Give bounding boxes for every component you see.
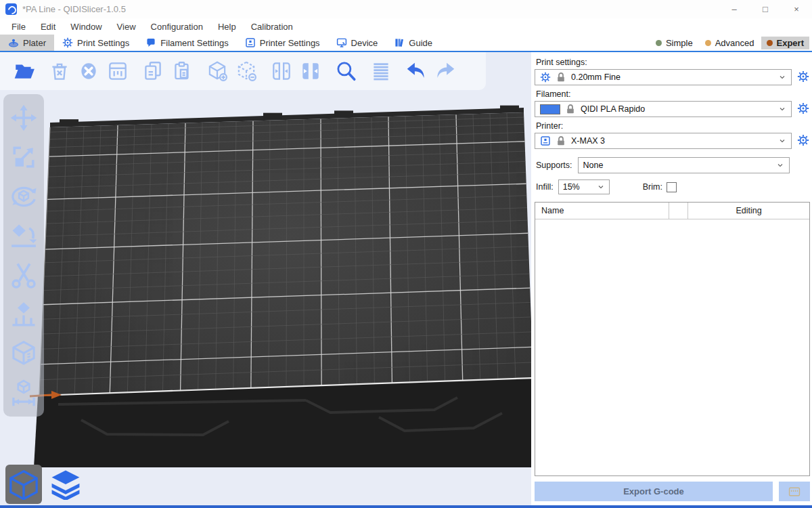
mode-advanced[interactable]: Advanced xyxy=(700,37,760,49)
chevron-down-icon xyxy=(597,183,605,191)
object-list-body[interactable] xyxy=(535,219,809,475)
advanced-mode-dot-icon xyxy=(705,40,711,46)
menu-calibration[interactable]: Calibration xyxy=(244,22,300,32)
brim-checkbox[interactable] xyxy=(667,182,677,192)
menu-window[interactable]: Window xyxy=(63,22,109,32)
main-area: Print settings: 0.20mm Fine Filament: QI… xyxy=(0,52,812,505)
mode-selector: Simple Advanced Expert xyxy=(650,35,812,51)
export-gcode-button[interactable]: Export G-code xyxy=(535,482,773,501)
gizmo-toolbar xyxy=(3,94,44,417)
mode-expert[interactable]: Expert xyxy=(761,37,809,49)
sd-card-icon xyxy=(788,487,800,496)
preview-toggle[interactable] xyxy=(47,465,84,504)
print-settings-gear-button[interactable] xyxy=(796,70,810,84)
tab-printer-settings[interactable]: Printer Settings xyxy=(237,35,328,51)
split-objects-button[interactable] xyxy=(267,56,296,86)
tab-plater[interactable]: Plater xyxy=(0,35,54,51)
move-tool-button[interactable] xyxy=(7,98,41,137)
menu-edit[interactable]: Edit xyxy=(33,22,63,32)
split-parts-button[interactable] xyxy=(296,56,325,86)
place-on-face-icon xyxy=(9,221,39,251)
filament-value: QIDI PLA Rapido xyxy=(581,104,773,114)
infill-label: Infill: xyxy=(536,182,554,192)
chevron-down-icon xyxy=(778,137,786,145)
object-list-table: Name Editing xyxy=(535,202,810,476)
measure-tool-button[interactable] xyxy=(7,373,41,412)
menu-view[interactable]: View xyxy=(110,22,143,32)
minimize-button[interactable]: – xyxy=(719,0,750,18)
seam-tool-button[interactable] xyxy=(7,334,41,373)
menu-file[interactable]: File xyxy=(4,22,33,32)
maximize-button[interactable]: □ xyxy=(750,0,781,18)
delete-all-icon xyxy=(77,60,100,83)
search-button[interactable] xyxy=(331,56,360,86)
supports-combo[interactable]: None xyxy=(578,157,790,173)
paint-support-tool-button[interactable] xyxy=(7,295,41,334)
delete-button[interactable] xyxy=(45,56,74,86)
undo-icon xyxy=(405,60,428,83)
add-instance-button[interactable] xyxy=(202,56,231,86)
gear-icon xyxy=(797,134,809,146)
tab-print-settings[interactable]: Print Settings xyxy=(54,35,137,51)
redo-icon xyxy=(434,60,457,83)
filament-combo[interactable]: QIDI PLA Rapido xyxy=(535,101,792,117)
print-bed xyxy=(0,52,531,505)
place-on-face-tool-button[interactable] xyxy=(7,216,41,255)
tab-label: Device xyxy=(351,38,378,48)
tab-label: Print Settings xyxy=(77,38,129,48)
menu-help[interactable]: Help xyxy=(210,22,244,32)
editor-3d-toggle[interactable] xyxy=(5,465,42,504)
lock-icon xyxy=(556,135,566,146)
supports-label: Supports: xyxy=(536,161,572,170)
filament-icon xyxy=(145,37,156,48)
split-parts-icon xyxy=(299,60,322,83)
cut-tool-button[interactable] xyxy=(7,255,41,295)
export-to-sd-button[interactable] xyxy=(779,482,810,501)
open-button[interactable] xyxy=(9,56,39,86)
paste-button[interactable] xyxy=(167,56,196,86)
close-button[interactable]: × xyxy=(781,0,812,18)
seam-icon xyxy=(9,339,39,368)
remove-instance-icon xyxy=(235,60,258,83)
chevron-down-icon xyxy=(778,105,786,113)
redo-button[interactable] xyxy=(430,56,459,86)
layer-height-button[interactable] xyxy=(366,56,395,86)
tab-guide[interactable]: Guide xyxy=(386,35,441,51)
scale-tool-button[interactable] xyxy=(7,137,41,177)
column-spacer xyxy=(669,203,688,219)
undo-button[interactable] xyxy=(401,56,430,86)
print-settings-combo[interactable]: 0.20mm Fine xyxy=(535,69,792,85)
gear-icon xyxy=(797,70,809,83)
mode-simple[interactable]: Simple xyxy=(650,37,698,49)
plater-toolbar xyxy=(0,52,486,90)
mode-label: Advanced xyxy=(715,38,754,48)
supports-value: None xyxy=(583,161,771,170)
variable-layer-height-icon xyxy=(369,60,392,83)
tab-device[interactable]: Device xyxy=(328,35,386,51)
printer-gear-button[interactable] xyxy=(796,134,810,148)
column-editing: Editing xyxy=(688,206,809,215)
printer-icon xyxy=(245,37,256,48)
gear-icon xyxy=(62,37,73,48)
viewport-3d[interactable] xyxy=(0,52,531,505)
copy-icon xyxy=(141,60,164,83)
copy-button[interactable] xyxy=(138,56,167,86)
lock-icon xyxy=(556,72,566,83)
remove-instance-button[interactable] xyxy=(231,56,261,86)
window-bottom-border xyxy=(0,505,812,508)
guide-icon xyxy=(394,37,405,48)
infill-combo[interactable]: 15% xyxy=(558,179,610,194)
arrange-button[interactable] xyxy=(103,56,132,86)
plater-icon xyxy=(8,37,19,48)
export-row: Export G-code xyxy=(535,482,810,501)
tab-label: Plater xyxy=(23,38,46,48)
tab-filament-settings[interactable]: Filament Settings xyxy=(137,35,236,51)
delete-all-button[interactable] xyxy=(74,56,103,86)
filament-gear-button[interactable] xyxy=(796,102,810,116)
cut-icon xyxy=(9,260,39,290)
infill-value: 15% xyxy=(563,182,594,192)
menu-configuration[interactable]: Configuration xyxy=(143,22,210,32)
printer-combo[interactable]: X-MAX 3 xyxy=(535,133,792,149)
rotate-tool-button[interactable] xyxy=(7,177,41,216)
tab-label: Guide xyxy=(409,38,432,48)
